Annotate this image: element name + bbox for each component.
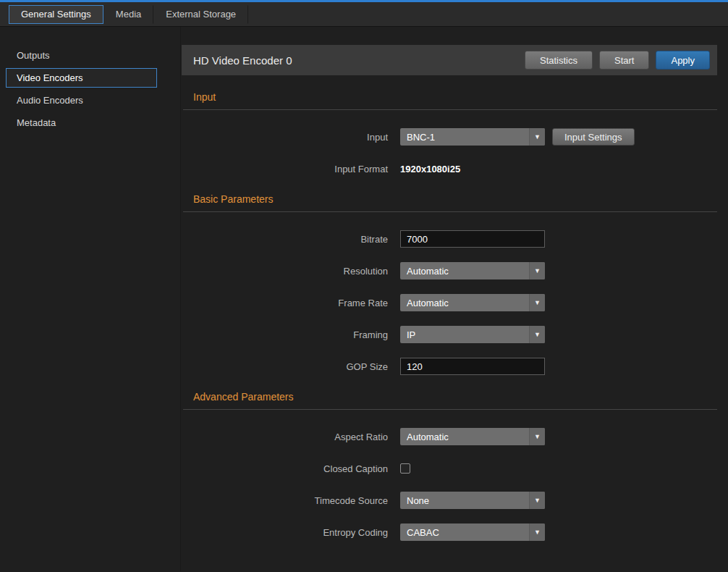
statistics-button[interactable]: Statistics (525, 51, 593, 70)
field-label-closed-caption: Closed Caption (182, 463, 388, 474)
dropdown-framing[interactable]: IP▼ (400, 326, 545, 343)
field-row-input-format: Input Format1920x1080i25 (182, 160, 717, 177)
field-label-resolution: Resolution (182, 266, 388, 277)
field-row-aspect-ratio: Aspect RatioAutomatic▼ (182, 428, 717, 445)
field-label-input-format: Input Format (182, 164, 388, 174)
field-label-timecode-source: Timecode Source (182, 495, 388, 506)
section-divider (183, 109, 717, 110)
section-rows-advanced-parameters: Aspect RatioAutomatic▼Closed CaptionTime… (182, 428, 717, 541)
dropdown-frame-rate[interactable]: Automatic▼ (400, 294, 545, 311)
field-row-input: InputBNC-1▼Input Settings (182, 128, 717, 146)
chevron-down-icon: ▼ (529, 492, 545, 509)
tab-external-storage[interactable]: External Storage (153, 5, 248, 24)
page-body: Outputs Video Encoders Audio Encoders Me… (0, 27, 728, 571)
field-row-framing: FramingIP▼ (182, 326, 717, 343)
encoder-header-bar: HD Video Encoder 0 Statistics Start Appl… (182, 45, 717, 75)
section-title-basic-parameters: Basic Parameters (193, 193, 717, 205)
dropdown-value-input: BNC-1 (407, 132, 435, 143)
section-rows-basic-parameters: BitrateResolutionAutomatic▼Frame RateAut… (182, 230, 717, 375)
field-label-aspect-ratio: Aspect Ratio (182, 432, 388, 442)
dropdown-value-entropy-coding: CABAC (407, 527, 439, 538)
sidebar-item-outputs[interactable]: Outputs (6, 46, 157, 65)
field-row-frame-rate: Frame RateAutomatic▼ (182, 294, 717, 311)
field-label-input: Input (182, 132, 388, 143)
dropdown-input[interactable]: BNC-1▼ (400, 128, 545, 146)
section-title-input: Input (193, 91, 717, 103)
main-content: HD Video Encoder 0 Statistics Start Appl… (181, 27, 728, 571)
apply-button[interactable]: Apply (656, 51, 710, 70)
dropdown-value-frame-rate: Automatic (407, 298, 449, 308)
section-rows-input: InputBNC-1▼Input SettingsInput Format192… (182, 128, 717, 177)
field-row-closed-caption: Closed Caption (182, 460, 717, 477)
dropdown-aspect-ratio[interactable]: Automatic▼ (400, 428, 545, 445)
field-row-gop-size: GOP Size (182, 358, 717, 375)
field-row-entropy-coding: Entropy CodingCABAC▼ (182, 523, 717, 541)
field-row-timecode-source: Timecode SourceNone▼ (182, 492, 717, 509)
dropdown-value-aspect-ratio: Automatic (407, 432, 449, 442)
tab-general-settings[interactable]: General Settings (9, 5, 103, 24)
chevron-down-icon: ▼ (529, 294, 545, 311)
dropdown-resolution[interactable]: Automatic▼ (400, 262, 545, 279)
chevron-down-icon: ▼ (529, 428, 545, 445)
sidebar-item-metadata[interactable]: Metadata (6, 113, 157, 133)
chevron-down-icon: ▼ (529, 128, 545, 146)
checkbox-closed-caption[interactable] (400, 463, 410, 474)
dropdown-timecode-source[interactable]: None▼ (400, 492, 545, 509)
input-settings-button[interactable]: Input Settings (552, 128, 635, 146)
section-divider (183, 409, 717, 410)
tab-media[interactable]: Media (103, 5, 153, 24)
field-row-bitrate: Bitrate (182, 230, 717, 248)
top-tab-bar: General Settings Media External Storage (0, 2, 728, 27)
start-button[interactable]: Start (599, 51, 649, 70)
input-gop-size[interactable] (400, 358, 545, 375)
dropdown-entropy-coding[interactable]: CABAC▼ (400, 523, 545, 541)
field-label-entropy-coding: Entropy Coding (182, 527, 388, 538)
encoder-settings-app: General Settings Media External Storage … (0, 0, 728, 572)
dropdown-value-timecode-source: None (407, 495, 429, 506)
sidebar: Outputs Video Encoders Audio Encoders Me… (0, 27, 181, 571)
page-title: HD Video Encoder 0 (193, 54, 518, 67)
sidebar-item-audio-encoders[interactable]: Audio Encoders (6, 91, 157, 110)
settings-sections: InputInputBNC-1▼Input SettingsInput Form… (182, 91, 717, 541)
chevron-down-icon: ▼ (529, 523, 545, 541)
dropdown-value-framing: IP (407, 329, 415, 340)
dropdown-value-resolution: Automatic (407, 266, 449, 277)
section-divider (183, 211, 717, 212)
field-label-bitrate: Bitrate (182, 234, 388, 245)
input-bitrate[interactable] (400, 230, 545, 248)
chevron-down-icon: ▼ (529, 262, 545, 279)
field-row-resolution: ResolutionAutomatic▼ (182, 262, 717, 279)
sidebar-item-video-encoders[interactable]: Video Encoders (6, 68, 157, 88)
field-label-frame-rate: Frame Rate (182, 298, 388, 308)
field-label-gop-size: GOP Size (182, 361, 388, 372)
value-input-format: 1920x1080i25 (400, 164, 460, 174)
section-title-advanced-parameters: Advanced Parameters (193, 391, 717, 403)
field-label-framing: Framing (182, 329, 388, 340)
chevron-down-icon: ▼ (529, 326, 545, 343)
